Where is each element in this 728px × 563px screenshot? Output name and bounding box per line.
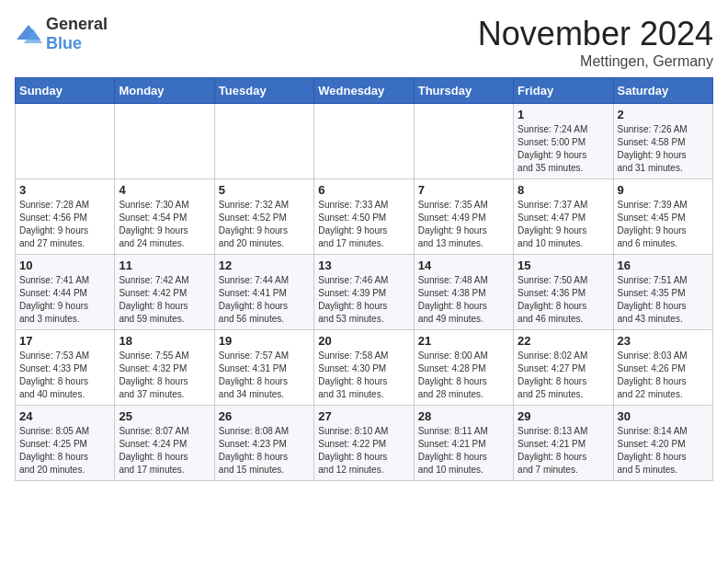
day-info: Sunrise: 8:08 AM Sunset: 4:23 PM Dayligh… [219,425,310,477]
calendar-cell: 14Sunrise: 7:48 AM Sunset: 4:38 PM Dayli… [414,255,513,330]
week-row-5: 24Sunrise: 8:05 AM Sunset: 4:25 PM Dayli… [16,406,713,481]
day-number: 19 [219,334,310,348]
day-info: Sunrise: 7:53 AM Sunset: 4:33 PM Dayligh… [19,350,110,401]
header-row: SundayMondayTuesdayWednesdayThursdayFrid… [16,78,713,104]
day-number: 18 [119,334,210,348]
day-number: 26 [219,409,310,423]
day-info: Sunrise: 7:58 AM Sunset: 4:30 PM Dayligh… [318,350,409,401]
calendar-cell: 7Sunrise: 7:35 AM Sunset: 4:49 PM Daylig… [414,179,513,255]
calendar-cell: 13Sunrise: 7:46 AM Sunset: 4:39 PM Dayli… [314,255,414,330]
day-info: Sunrise: 8:03 AM Sunset: 4:26 PM Dayligh… [618,350,709,401]
day-info: Sunrise: 8:13 AM Sunset: 4:21 PM Dayligh… [518,425,609,477]
day-number: 1 [518,108,609,121]
day-info: Sunrise: 8:02 AM Sunset: 4:27 PM Dayligh… [518,350,609,401]
day-number: 27 [318,409,409,423]
calendar-cell: 12Sunrise: 7:44 AM Sunset: 4:41 PM Dayli… [214,255,313,330]
day-number: 8 [518,183,609,197]
day-info: Sunrise: 8:00 AM Sunset: 4:28 PM Dayligh… [418,350,509,401]
month-title: November 2024 [478,15,713,53]
calendar-cell: 17Sunrise: 7:53 AM Sunset: 4:33 PM Dayli… [16,330,115,406]
day-info: Sunrise: 7:35 AM Sunset: 4:49 PM Dayligh… [418,199,509,250]
day-header-friday: Friday [514,78,613,104]
day-info: Sunrise: 7:57 AM Sunset: 4:31 PM Dayligh… [219,350,310,401]
day-info: Sunrise: 7:46 AM Sunset: 4:39 PM Dayligh… [318,274,409,326]
calendar-cell [214,104,313,179]
day-number: 2 [618,108,709,121]
logo-icon [15,23,42,45]
day-number: 21 [418,334,509,348]
day-info: Sunrise: 7:32 AM Sunset: 4:52 PM Dayligh… [219,199,310,250]
day-number: 6 [318,183,409,197]
day-info: Sunrise: 7:39 AM Sunset: 4:45 PM Dayligh… [618,199,709,250]
day-number: 3 [19,183,110,197]
week-row-4: 17Sunrise: 7:53 AM Sunset: 4:33 PM Dayli… [16,330,713,406]
day-info: Sunrise: 7:48 AM Sunset: 4:38 PM Dayligh… [418,274,509,326]
day-number: 10 [19,259,110,272]
logo: General Blue [15,15,108,53]
logo-text: General Blue [46,15,108,53]
title-area: November 2024 Mettingen, Germany [478,15,713,70]
day-info: Sunrise: 7:28 AM Sunset: 4:56 PM Dayligh… [19,199,110,250]
day-info: Sunrise: 7:44 AM Sunset: 4:41 PM Dayligh… [219,274,310,326]
day-header-saturday: Saturday [613,78,712,104]
week-row-2: 3Sunrise: 7:28 AM Sunset: 4:56 PM Daylig… [16,179,713,255]
calendar-cell: 1Sunrise: 7:24 AM Sunset: 5:00 PM Daylig… [514,104,613,179]
day-info: Sunrise: 8:10 AM Sunset: 4:22 PM Dayligh… [318,425,409,477]
day-number: 20 [318,334,409,348]
day-info: Sunrise: 7:51 AM Sunset: 4:35 PM Dayligh… [618,274,709,326]
day-info: Sunrise: 7:33 AM Sunset: 4:50 PM Dayligh… [318,199,409,250]
day-info: Sunrise: 8:07 AM Sunset: 4:24 PM Dayligh… [119,425,210,477]
logo-blue: Blue [46,34,82,52]
calendar-cell [16,104,115,179]
calendar-cell: 23Sunrise: 8:03 AM Sunset: 4:26 PM Dayli… [613,330,712,406]
day-number: 11 [119,259,210,272]
day-number: 14 [418,259,509,272]
day-number: 22 [518,334,609,348]
calendar-cell: 8Sunrise: 7:37 AM Sunset: 4:47 PM Daylig… [514,179,613,255]
day-info: Sunrise: 8:14 AM Sunset: 4:20 PM Dayligh… [618,425,709,477]
calendar-cell: 5Sunrise: 7:32 AM Sunset: 4:52 PM Daylig… [214,179,313,255]
calendar-table: SundayMondayTuesdayWednesdayThursdayFrid… [15,77,713,481]
day-number: 15 [518,259,609,272]
calendar-cell: 21Sunrise: 8:00 AM Sunset: 4:28 PM Dayli… [414,330,513,406]
day-number: 23 [618,334,709,348]
day-header-thursday: Thursday [414,78,513,104]
calendar-cell: 18Sunrise: 7:55 AM Sunset: 4:32 PM Dayli… [115,330,214,406]
day-header-wednesday: Wednesday [314,78,414,104]
day-info: Sunrise: 7:42 AM Sunset: 4:42 PM Dayligh… [119,274,210,326]
calendar-cell: 6Sunrise: 7:33 AM Sunset: 4:50 PM Daylig… [314,179,414,255]
day-number: 17 [19,334,110,348]
header: General Blue November 2024 Mettingen, Ge… [15,15,713,70]
calendar-cell: 3Sunrise: 7:28 AM Sunset: 4:56 PM Daylig… [16,179,115,255]
day-info: Sunrise: 7:55 AM Sunset: 4:32 PM Dayligh… [119,350,210,401]
calendar-cell: 26Sunrise: 8:08 AM Sunset: 4:23 PM Dayli… [214,406,313,481]
day-number: 13 [318,259,409,272]
day-header-sunday: Sunday [16,78,115,104]
calendar-cell: 15Sunrise: 7:50 AM Sunset: 4:36 PM Dayli… [514,255,613,330]
day-info: Sunrise: 7:26 AM Sunset: 4:58 PM Dayligh… [618,123,709,175]
calendar-cell: 24Sunrise: 8:05 AM Sunset: 4:25 PM Dayli… [16,406,115,481]
location: Mettingen, Germany [478,53,713,70]
calendar-cell: 27Sunrise: 8:10 AM Sunset: 4:22 PM Dayli… [314,406,414,481]
calendar-cell: 20Sunrise: 7:58 AM Sunset: 4:30 PM Dayli… [314,330,414,406]
day-number: 16 [618,259,709,272]
day-header-tuesday: Tuesday [214,78,313,104]
calendar-cell: 25Sunrise: 8:07 AM Sunset: 4:24 PM Dayli… [115,406,214,481]
week-row-3: 10Sunrise: 7:41 AM Sunset: 4:44 PM Dayli… [16,255,713,330]
day-info: Sunrise: 7:30 AM Sunset: 4:54 PM Dayligh… [119,199,210,250]
week-row-1: 1Sunrise: 7:24 AM Sunset: 5:00 PM Daylig… [16,104,713,179]
day-number: 29 [518,409,609,423]
calendar-cell: 11Sunrise: 7:42 AM Sunset: 4:42 PM Dayli… [115,255,214,330]
calendar-cell [414,104,513,179]
calendar-cell: 29Sunrise: 8:13 AM Sunset: 4:21 PM Dayli… [514,406,613,481]
calendar-cell: 22Sunrise: 8:02 AM Sunset: 4:27 PM Dayli… [514,330,613,406]
day-info: Sunrise: 7:41 AM Sunset: 4:44 PM Dayligh… [19,274,110,326]
calendar-cell: 30Sunrise: 8:14 AM Sunset: 4:20 PM Dayli… [613,406,712,481]
day-number: 4 [119,183,210,197]
day-number: 28 [418,409,509,423]
calendar-cell [314,104,414,179]
day-header-monday: Monday [115,78,214,104]
day-info: Sunrise: 7:37 AM Sunset: 4:47 PM Dayligh… [518,199,609,250]
calendar-cell: 19Sunrise: 7:57 AM Sunset: 4:31 PM Dayli… [214,330,313,406]
day-number: 5 [219,183,310,197]
